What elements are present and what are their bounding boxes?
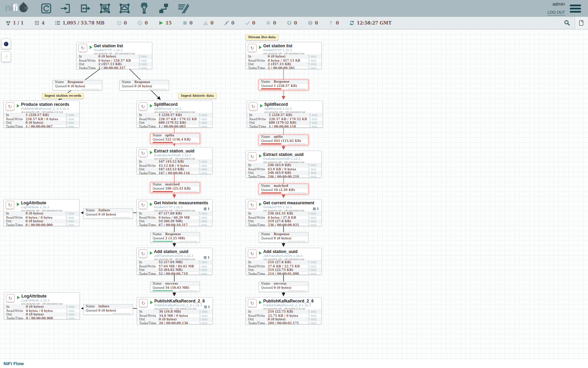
out-value: 689 (179.52 KB) <box>159 121 186 124</box>
navigate-palette-button[interactable] <box>1 39 11 49</box>
processor[interactable]: SplitRecord SplitRecord 1.16.3 org.apach… <box>247 101 323 128</box>
processor[interactable]: Get current measurement InvokeHTTP 1.16.… <box>246 199 322 226</box>
processor[interactable]: LogAttribute LogAttribute 1.16.3 org.apa… <box>4 292 80 319</box>
processor[interactable]: Get station list InvokeHTTP 1.16.3 org.a… <box>76 42 152 69</box>
canvas-label[interactable]: Ingest station records <box>42 93 84 99</box>
processor-type: EvaluateJsonPath 1.16.3 <box>263 157 304 161</box>
status-not-transmitting: 0 <box>137 20 148 26</box>
connection-label[interactable]: NameResponse Queued1 (228.57 KB) <box>259 80 308 90</box>
thread-count-value: 1 <box>208 207 210 211</box>
queued-label: Queued <box>261 84 274 88</box>
canvas-label[interactable]: Ingest historic data <box>178 93 216 99</box>
canvas-label[interactable]: Stream live-data <box>246 34 278 40</box>
invalid-warning-icon <box>203 20 208 26</box>
in-value: 214 (22.75 KB) <box>268 310 293 313</box>
connection-label[interactable]: Namesplits Queued522 (136.4 KB) <box>150 133 200 144</box>
connection-label[interactable]: Namesuccess Queued16 (50.03 MB) <box>150 281 200 292</box>
new-canvas-button[interactable] <box>575 17 588 29</box>
out-value: 0 (0 bytes) <box>268 318 286 321</box>
connection-label[interactable]: Namefailure Queued0 (0 bytes) <box>83 304 133 315</box>
connection-label[interactable]: Namesplits Queued443 (115.62 KB) <box>259 135 308 145</box>
breadcrumb[interactable]: NiFi Flow <box>4 361 24 366</box>
out-label: Out <box>139 318 159 321</box>
connection-label[interactable]: NameResponse Queued0 (0 bytes) <box>52 80 102 90</box>
connection-label[interactable]: NameResponse Queued0 (0 bytes) <box>259 232 308 243</box>
status-refresh[interactable]: 12:58:27 GMT <box>349 20 392 26</box>
relationship-name: matched <box>274 184 288 188</box>
queued-label: Queued <box>261 188 274 192</box>
connection-label[interactable]: Namematched Queued100 (25.43 KB) <box>150 182 200 193</box>
search-button[interactable] <box>559 17 575 29</box>
processor[interactable]: Extract station_uuid EvaluateJsonPath 1.… <box>136 147 212 174</box>
out-label: Out <box>248 318 268 321</box>
name-label: Name <box>86 209 98 212</box>
processor-icon <box>139 250 147 258</box>
hand-select-button[interactable]: ☝ <box>1 52 11 62</box>
label-component-button[interactable] <box>176 1 191 16</box>
processor-bundle: org.apache.nifi - nifi-standard-nar <box>21 209 62 211</box>
out-value: 0 (0 bytes) <box>159 318 177 321</box>
tasks-label: Tasks/Time <box>6 316 26 320</box>
connection-label[interactable]: Namematched Queued10 (2.59 KB) <box>259 184 308 194</box>
processor[interactable]: LogAttribute LogAttribute 1.16.3 org.apa… <box>4 199 79 226</box>
running-status-icon <box>150 203 153 206</box>
relationship-name: success <box>274 282 286 285</box>
processor[interactable]: Produce station records PublishKafkaReco… <box>4 101 79 128</box>
process-group-component-button[interactable] <box>98 1 112 16</box>
connection-label[interactable]: NameFailure Queued0 (0 bytes) <box>83 208 133 219</box>
global-menu-button[interactable] <box>570 3 583 14</box>
out-value: 0 (0 bytes) <box>26 219 43 223</box>
read-write-label: Read/Write <box>6 309 26 313</box>
processor-component-button[interactable] <box>39 1 54 16</box>
in-value: 0 (0 bytes) <box>98 55 116 58</box>
tasks-label: Tasks/Time <box>249 125 269 128</box>
queued-label: Queued <box>86 309 98 312</box>
running-status-icon <box>150 104 153 108</box>
connection-label[interactable]: NameResponse Queued2 (3.25 MB) <box>150 232 200 243</box>
tasks-label: Tasks/Time <box>248 272 268 275</box>
processor-icon <box>248 299 257 308</box>
tasks-value: 52 / 00:00:06.719 <box>159 272 188 275</box>
flow-canvas[interactable]: Stream live-dataIngest station recordsIn… <box>0 29 588 368</box>
read-write-label: Read/Write <box>248 265 268 268</box>
queued-label: Queued <box>122 84 134 88</box>
output-port-component-button[interactable] <box>78 1 93 16</box>
processor[interactable]: Add station_uuid JoltTransformJSON 1.16.… <box>246 248 322 275</box>
remote-process-group-component-button[interactable] <box>117 1 132 16</box>
status-disabled: 0 <box>224 20 234 26</box>
processor[interactable]: Get historic measurements InvokeHTTP 1.1… <box>136 199 212 226</box>
processor-stats: In236 (61.31 KB)5 min Read/Write0 bytes … <box>246 211 321 227</box>
logout-link[interactable]: LOG OUT <box>547 9 565 16</box>
processor-bundle: org.apache.nifi - nifi-standard-nar <box>264 110 306 113</box>
relationship-name: Failure <box>98 209 110 212</box>
processor[interactable]: Extract station_uuid EvaluateJsonPath 1.… <box>246 151 322 178</box>
processor-bundle: org.apache.nifi - nifi-kafka-2-6-nar <box>263 307 314 309</box>
in-value: 0 (0 bytes) <box>26 212 43 215</box>
read-write-label: Read/Write <box>139 164 159 168</box>
processor[interactable]: Add station_uuid JoltTransformJSON 1.16.… <box>136 248 212 275</box>
processor[interactable]: PublishKafkaRecord_2_6 PublishKafkaRecor… <box>137 297 213 324</box>
connection-label[interactable]: NameResponse Queued0 (0 bytes) <box>119 80 169 90</box>
svg-text:?: ? <box>330 20 332 26</box>
queued-value: 10 (2.59 KB) <box>274 188 295 192</box>
queued-value: 0 (0 bytes) <box>274 237 292 240</box>
in-value: 0 (0 bytes) <box>26 305 44 308</box>
processor[interactable]: SplitRecord SplitRecord 1.16.3 org.apach… <box>136 101 212 128</box>
relationship-name: splits <box>274 135 283 138</box>
queued-label: Queued <box>261 237 274 240</box>
read-write-label: Read/Write <box>139 265 159 268</box>
input-port-component-button[interactable] <box>58 1 73 16</box>
funnel-component-button[interactable] <box>137 1 152 16</box>
running-status-icon <box>150 251 153 255</box>
processor[interactable]: PublishKafkaRecord_2_6 PublishKafkaRecor… <box>246 297 322 324</box>
tasks-label: Tasks/Time <box>139 223 159 227</box>
processor[interactable]: Get station list InvokeHTTP 1.16.3 org.a… <box>246 42 322 69</box>
out-label: Out <box>139 121 159 124</box>
connection-label[interactable]: Namesuccess Queued0 (0 bytes) <box>259 281 308 292</box>
processor-stats: In0 (0 bytes)5 min Read/Write0 bytes / 2… <box>77 54 152 70</box>
locally-modified-asterisk-icon <box>266 20 271 26</box>
tasks-value: 1 / 00:00:00.067 <box>26 125 52 128</box>
template-component-button[interactable] <box>156 1 171 16</box>
relationship-name: Response <box>274 232 289 236</box>
queued-list-icon <box>55 20 60 26</box>
